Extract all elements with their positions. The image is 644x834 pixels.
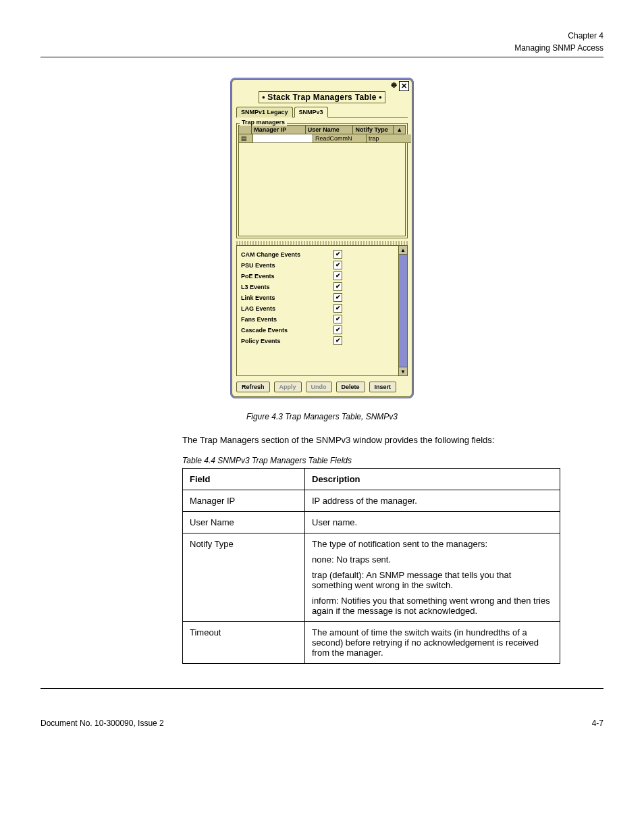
event-link: Link Events ✔	[241, 293, 394, 302]
checkbox[interactable]: ✔	[333, 315, 342, 323]
checkbox[interactable]: ✔	[333, 282, 342, 291]
event-cam-change: CAM Change Events ✔	[241, 250, 394, 259]
event-l3: L3 Events ✔	[241, 282, 394, 291]
notify-type-cell[interactable]: trap	[367, 134, 411, 143]
manager-ip-cell[interactable]	[253, 134, 313, 143]
scroll-down-icon[interactable]: ▼	[399, 367, 407, 375]
figure-caption: Figure 4.3 Trap Managers Table, SNMPv3	[41, 412, 603, 421]
row-icon: ▤	[239, 134, 253, 143]
fieldset-legend: Trap managers	[240, 119, 287, 126]
delete-button[interactable]: Delete	[336, 382, 365, 392]
checkbox[interactable]: ✔	[333, 271, 342, 280]
field-description-table: Field Description Manager IP IP address …	[182, 468, 560, 664]
table-header: Manager IP User Name Notify Type ▲	[238, 125, 406, 134]
intro-paragraph: The Trap Managers section of the SNMPv3 …	[182, 435, 560, 445]
dialog-title: • Stack Trap Managers Table •	[232, 91, 412, 103]
col-field: Field	[183, 469, 305, 490]
insert-button[interactable]: Insert	[369, 382, 397, 392]
close-icon[interactable]: ✕	[399, 81, 409, 91]
col-description: Description	[305, 469, 560, 490]
refresh-button[interactable]: Refresh	[236, 382, 270, 392]
page-number: 4-7	[592, 719, 603, 728]
tab-snmpv3[interactable]: SNMPv3	[294, 107, 328, 118]
header-rule	[41, 57, 603, 57]
footer-rule	[41, 688, 603, 689]
col-notify-type: Notify Type	[353, 126, 394, 134]
trap-managers-dialog: ❉ ✕ • Stack Trap Managers Table • SNMPv1…	[230, 78, 414, 398]
col-user-name: User Name	[306, 126, 354, 134]
tab-snmpv1-legacy[interactable]: SNMPv1 Legacy	[236, 107, 293, 118]
help-icon[interactable]: ❉	[391, 81, 397, 91]
apply-button[interactable]: Apply	[274, 382, 302, 392]
event-fans: Fans Events ✔	[241, 315, 394, 323]
table-row: Manager IP IP address of the manager.	[183, 490, 560, 512]
events-list: CAM Change Events ✔ PSU Events ✔ PoE Eve…	[237, 246, 398, 375]
table-row[interactable]: ▤ ReadCommN trap	[239, 134, 411, 143]
undo-button[interactable]: Undo	[306, 382, 332, 392]
event-poe: PoE Events ✔	[241, 271, 394, 280]
table-row: Notify Type The type of notification sen…	[183, 533, 560, 622]
checkbox[interactable]: ✔	[333, 250, 342, 259]
events-scrollbar[interactable]: ▲ ▼	[398, 246, 407, 375]
scroll-up-icon[interactable]: ▲	[394, 126, 405, 134]
col-manager-ip: Manager IP	[252, 126, 305, 134]
header-title: Managing SNMP Access	[514, 43, 603, 53]
event-lag: LAG Events ✔	[241, 304, 394, 313]
checkbox[interactable]: ✔	[333, 325, 342, 334]
event-psu: PSU Events ✔	[241, 261, 394, 269]
event-cascade: Cascade Events ✔	[241, 325, 394, 334]
table-row: User Name User name.	[183, 512, 560, 533]
chapter-label: Chapter 4	[568, 31, 603, 41]
table-caption: Table 4.4 SNMPv3 Trap Managers Table Fie…	[182, 456, 603, 465]
doc-id: Document No. 10-300090, Issue 2	[41, 719, 164, 728]
table-row: Timeout The amount of time the switch wa…	[183, 622, 560, 664]
checkbox[interactable]: ✔	[333, 304, 342, 313]
checkbox[interactable]: ✔	[333, 293, 342, 302]
event-policy: Policy Events ✔	[241, 336, 394, 345]
checkbox[interactable]: ✔	[333, 336, 342, 345]
user-name-cell[interactable]: ReadCommN	[313, 134, 367, 143]
checkbox[interactable]: ✔	[333, 261, 342, 269]
scroll-up-icon[interactable]: ▲	[399, 246, 407, 255]
